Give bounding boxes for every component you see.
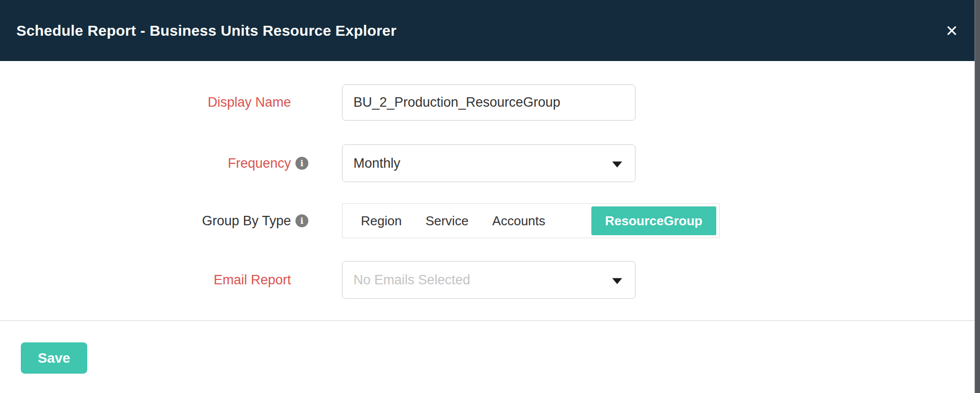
email-report-row: Email Report No Emails Selected [0, 261, 975, 299]
save-button[interactable]: Save [21, 342, 87, 374]
display-name-label-wrap: Display Name [0, 95, 308, 110]
display-name-row: Display Name [0, 84, 975, 121]
segment-option-region[interactable]: Region [349, 206, 413, 235]
group-by-type-segmented-control: Region Service Accounts ResourceGroup [342, 203, 720, 238]
segment-option-resourcegroup-selected[interactable]: ResourceGroup [591, 206, 717, 235]
segment-option-service[interactable]: Service [413, 206, 480, 235]
frequency-row: Frequency i Monthly [0, 144, 975, 182]
email-report-label: Email Report [214, 272, 291, 288]
group-by-type-info-icon[interactable]: i [295, 214, 308, 227]
page-title: Schedule Report - Business Units Resourc… [16, 22, 397, 39]
group-by-type-row: Group By Type i Region Service Accounts … [0, 203, 975, 238]
modal-footer: Save [0, 321, 975, 374]
display-name-input[interactable] [342, 84, 635, 121]
frequency-control: Monthly [342, 144, 635, 182]
group-by-type-control: Region Service Accounts ResourceGroup [342, 203, 720, 238]
frequency-info-icon[interactable]: i [295, 157, 308, 170]
chevron-down-icon [612, 161, 622, 167]
chevron-down-icon [612, 278, 622, 284]
display-name-label: Display Name [208, 95, 291, 110]
email-report-label-wrap: Email Report [0, 272, 308, 288]
frequency-select[interactable]: Monthly [342, 144, 635, 182]
frequency-selected-value: Monthly [353, 156, 401, 171]
group-by-type-label-wrap: Group By Type i [0, 213, 308, 229]
modal-body: Display Name Frequency i Monthly [0, 61, 975, 299]
group-by-type-label: Group By Type [202, 213, 291, 229]
modal-header: Schedule Report - Business Units Resourc… [0, 0, 975, 61]
frequency-label-wrap: Frequency i [0, 156, 308, 171]
right-edge-strip [975, 0, 980, 393]
frequency-label: Frequency [228, 156, 291, 171]
close-icon[interactable]: ✕ [945, 23, 958, 38]
display-name-control [342, 84, 635, 121]
schedule-report-modal: Schedule Report - Business Units Resourc… [0, 0, 975, 393]
email-report-placeholder: No Emails Selected [353, 272, 470, 288]
email-report-select[interactable]: No Emails Selected [342, 261, 635, 299]
email-report-control: No Emails Selected [342, 261, 635, 299]
screen: Schedule Report - Business Units Resourc… [0, 0, 980, 393]
segment-option-accounts[interactable]: Accounts [480, 206, 557, 235]
